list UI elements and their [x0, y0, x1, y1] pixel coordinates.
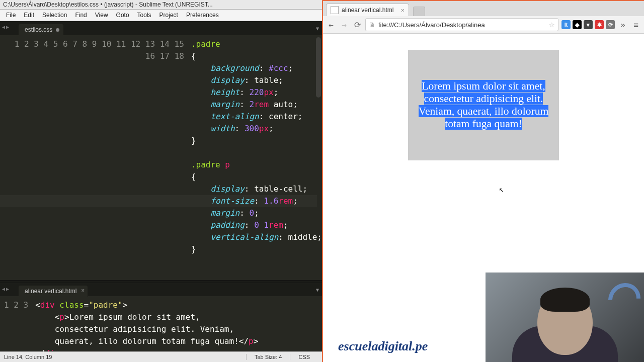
line-number-gutter: 1 2 3	[0, 296, 35, 351]
sublime-text-window: C:\Users\Álvaro\Desktop\estilos.css • (j…	[0, 0, 322, 362]
menu-item-tools[interactable]: Tools	[133, 10, 155, 21]
menu-item-file[interactable]: File	[2, 10, 20, 21]
code-editor-css[interactable]: 1 2 3 4 5 6 7 8 9 10 11 12 13 14 15 16 1…	[0, 35, 322, 280]
menu-item-view[interactable]: View	[91, 10, 112, 21]
mouse-cursor-icon: ↖	[499, 185, 504, 194]
status-bar: Line 14, Column 19 Tab Size: 4 CSS	[0, 351, 322, 362]
tab-overflow-icon[interactable]: ▼	[316, 26, 319, 31]
bookmark-icon[interactable]: ☆	[549, 21, 555, 29]
page-viewport: Lorem ipsum dolor sit amet, consectetur …	[323, 34, 644, 362]
tab-label: alinear vertical.html	[25, 288, 76, 295]
code-editor-html[interactable]: 1 2 3 <div class="padre"> <p>Lorem ipsum…	[0, 296, 322, 351]
browser-tab-title: alinear vertical.html	[342, 7, 393, 14]
rendered-paragraph: Lorem ipsum dolor sit amet, consectetur …	[408, 50, 559, 160]
tab-nav-arrows[interactable]: ◀▶	[2, 286, 10, 292]
code-content[interactable]: <div class="padre"> <p>Lorem ipsum dolor…	[35, 296, 322, 351]
close-icon[interactable]: ×	[81, 287, 85, 294]
watermark-brand: escueladigital.pe	[338, 339, 428, 354]
dirty-indicator-icon	[56, 28, 59, 32]
menu-item-goto[interactable]: Goto	[112, 10, 133, 21]
new-tab-button[interactable]	[413, 7, 425, 16]
tab-estilos-css[interactable]: estilos.css	[18, 24, 64, 35]
chrome-window: alinear vertical.html × ← → ⟳ 🗎 file:///…	[322, 0, 644, 362]
extension-icon[interactable]: ⟳	[606, 20, 615, 29]
page-icon: 🗎	[369, 21, 375, 29]
back-button[interactable]: ←	[326, 20, 336, 30]
address-url: file:///C:/Users/Álvaro/Desktop/alinea	[378, 21, 485, 29]
tab-alinear-html[interactable]: alinear vertical.html ×	[18, 285, 88, 297]
menu-bar: FileEditSelectionFindViewGotoToolsProjec…	[0, 10, 322, 21]
tab-bar: ◀▶ estilos.css ▼	[0, 21, 322, 35]
menu-button[interactable]: ≡	[631, 20, 641, 30]
menu-item-edit[interactable]: Edit	[20, 10, 38, 21]
webcam-overlay	[486, 273, 644, 362]
status-syntax[interactable]: CSS	[290, 354, 318, 360]
tab-nav-arrows[interactable]: ◀▶	[2, 24, 10, 30]
tab-label: estilos.css	[25, 26, 52, 33]
browser-tab-strip: alinear vertical.html ×	[323, 1, 644, 16]
extension-icon[interactable]: ▾	[584, 20, 593, 29]
menu-item-find[interactable]: Find	[71, 10, 91, 21]
presenter-face	[537, 290, 593, 355]
editor-pane-2: ◀▶ alinear vertical.html × ▼ 1 2 3 <div …	[0, 283, 322, 351]
status-tab-size[interactable]: Tab Size: 4	[246, 354, 290, 360]
extension-icon[interactable]: ✱	[595, 20, 604, 29]
status-cursor-position: Line 14, Column 19	[4, 354, 52, 360]
extension-icons: It◆▾✱⟳	[561, 20, 615, 29]
code-content[interactable]: .padre { background: #ccc; display: tabl…	[191, 35, 322, 280]
browser-toolbar: ← → ⟳ 🗎 file:///C:/Users/Álvaro/Desktop/…	[323, 16, 644, 34]
tab-bar-2: ◀▶ alinear vertical.html × ▼	[0, 283, 322, 296]
menu-item-project[interactable]: Project	[155, 10, 182, 21]
extension-icon[interactable]: It	[561, 20, 571, 29]
rendered-padre-box: Lorem ipsum dolor sit amet, consectetur …	[408, 50, 559, 160]
overflow-button[interactable]: »	[618, 20, 628, 30]
window-title: C:\Users\Álvaro\Desktop\estilos.css • (j…	[0, 0, 322, 10]
tab-overflow-icon[interactable]: ▼	[316, 287, 319, 293]
reload-button[interactable]: ⟳	[352, 20, 362, 30]
address-bar[interactable]: 🗎 file:///C:/Users/Álvaro/Desktop/alinea…	[365, 18, 558, 31]
forward-button[interactable]: →	[339, 20, 349, 30]
browser-tab[interactable]: alinear vertical.html ×	[326, 4, 409, 16]
menu-item-preferences[interactable]: Preferences	[182, 10, 223, 21]
scrollbar[interactable]	[316, 37, 321, 98]
close-icon[interactable]: ×	[400, 7, 405, 14]
menu-item-selection[interactable]: Selection	[38, 10, 71, 21]
line-number-gutter: 1 2 3 4 5 6 7 8 9 10 11 12 13 14 15 16 1…	[0, 35, 191, 280]
favicon-icon	[331, 6, 339, 14]
extension-icon[interactable]: ◆	[573, 20, 582, 29]
